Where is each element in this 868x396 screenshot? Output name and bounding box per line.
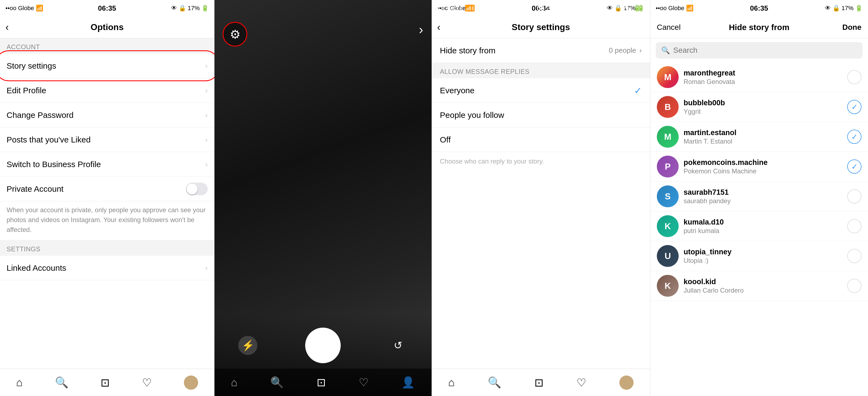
done-button[interactable]: Done	[834, 23, 862, 32]
linked-accounts-item[interactable]: Linked Accounts ›	[0, 256, 214, 280]
toggle-knob	[187, 183, 197, 194]
list-item[interactable]: U utopia_tinney Utopia :)	[650, 241, 868, 271]
private-account-item[interactable]: Private Account	[0, 177, 214, 201]
username-saurabh: saurabh7151	[684, 188, 847, 197]
camera-status-left: ••oo Globe 📶	[434, 5, 472, 12]
status-bar-4: ••oo Globe 📶 06:35 👁 🔒 17% 🔋	[650, 0, 868, 17]
arrow-right-button[interactable]: ›	[419, 22, 423, 37]
user-list: M maronthegreat Roman Genovata B bubbleb…	[650, 62, 868, 301]
people-follow-item[interactable]: People you follow	[432, 103, 650, 128]
user-info-saurabh: saurabh7151 saurabh pandey	[684, 188, 847, 205]
fullname-bubbleb00b: Yggrit	[684, 108, 847, 115]
everyone-item[interactable]: Everyone ✓	[432, 78, 650, 103]
eye-4: 👁	[825, 5, 831, 12]
avatar-pokemon: P	[657, 155, 679, 177]
camera-controls: ⚡ ↺	[214, 328, 431, 363]
list-item[interactable]: M maronthegreat Roman Genovata	[650, 62, 868, 92]
story-settings-item[interactable]: Story settings ›	[0, 54, 214, 78]
avatar-martint: M	[657, 126, 679, 148]
fullname-koool: Jullan Carlo Cordero	[684, 287, 847, 294]
edit-profile-label: Edit Profile	[6, 86, 46, 95]
search-icon: 🔍	[661, 46, 670, 55]
username-bubbleb00b: bubbleb00b	[684, 99, 847, 107]
private-account-toggle[interactable]	[186, 183, 208, 195]
edit-profile-right: ›	[205, 86, 208, 95]
camera-tab-search[interactable]: 🔍	[270, 376, 284, 389]
switch-business-label: Switch to Business Profile	[6, 160, 101, 169]
edit-profile-item[interactable]: Edit Profile ›	[0, 78, 214, 103]
user-info-maronthegreat: maronthegreat Roman Genovata	[684, 69, 847, 86]
camera-tab-home[interactable]: ⌂	[231, 376, 238, 389]
hide-story-from-item[interactable]: Hide story from 0 people ›	[432, 38, 650, 63]
checkbox-maronthegreat[interactable]	[847, 70, 862, 84]
camera-tab-bar: ⌂ 🔍 ⊡ ♡ 👤	[214, 369, 431, 396]
lock-icon-1: 🔒	[179, 5, 186, 12]
people-follow-label: People you follow	[440, 111, 504, 120]
status-bar-1: ••oo Globe 📶 06:35 👁 🔒 17% 🔋	[0, 0, 214, 17]
checkbox-bubbleb00b[interactable]	[847, 100, 862, 114]
flash-button[interactable]: ⚡	[238, 336, 257, 355]
tab-home-3[interactable]: ⌂	[448, 376, 455, 389]
change-password-item[interactable]: Change Password ›	[0, 103, 214, 128]
search-input[interactable]	[673, 46, 857, 55]
tab-search-3[interactable]: 🔍	[488, 376, 501, 389]
panel-camera: ••oo Globe 📶 06:35 17% 🔋 ⚙ › ⚡ ↺ ⌂ 🔍 ⊡ ♡…	[214, 0, 432, 396]
checkbox-utopia[interactable]	[847, 249, 862, 263]
switch-business-item[interactable]: Switch to Business Profile ›	[0, 152, 214, 177]
hide-title: Hide story from	[684, 23, 834, 32]
story-back-button[interactable]: ‹	[437, 22, 440, 33]
camera-carrier: ••oo Globe	[434, 5, 463, 12]
tab-home-1[interactable]: ⌂	[16, 376, 23, 389]
camera-tab-profile[interactable]: 👤	[401, 376, 415, 389]
avatar-maronthegreat: M	[657, 66, 679, 88]
username-maronthegreat: maronthegreat	[684, 69, 847, 77]
checkbox-kumala[interactable]	[847, 219, 862, 233]
checkbox-koool[interactable]	[847, 279, 862, 293]
camera-status-right: 17% 🔋	[620, 5, 641, 12]
tab-heart-1[interactable]: ♡	[142, 376, 152, 389]
panel-hide-story: ••oo Globe 📶 06:35 👁 🔒 17% 🔋 Cancel Hide…	[650, 0, 868, 396]
flip-button[interactable]: ↺	[389, 336, 408, 355]
tab-camera-1[interactable]: ⊡	[100, 376, 110, 389]
list-item[interactable]: K koool.kid Jullan Carlo Cordero	[650, 271, 868, 301]
camera-wifi: 📶	[465, 5, 472, 12]
panel-story-settings: ••oo Globe 📶 06:34 👁 🔒 17% 🔋 ‹ Story set…	[432, 0, 650, 396]
list-item[interactable]: M martint.estanol Martin T. Estanol	[650, 122, 868, 152]
gear-button[interactable]: ⚙	[223, 22, 247, 47]
checkbox-saurabh[interactable]	[847, 189, 862, 203]
shutter-button[interactable]	[305, 328, 341, 363]
off-item[interactable]: Off	[432, 128, 650, 152]
list-item[interactable]: B bubbleb00b Yggrit	[650, 92, 868, 122]
list-item[interactable]: P pokemoncoins.machine Pokemon Coins Mac…	[650, 152, 868, 181]
status-right-1: 👁 🔒 17% 🔋	[171, 5, 209, 12]
back-button[interactable]: ‹	[5, 22, 9, 33]
tab-camera-3[interactable]: ⊡	[534, 376, 544, 389]
everyone-checkmark: ✓	[634, 85, 642, 96]
tab-profile-3[interactable]	[619, 375, 633, 390]
carrier-4: ••oo Globe	[656, 5, 684, 12]
wifi-4: 📶	[686, 5, 693, 12]
posts-liked-right: ›	[205, 135, 208, 144]
options-nav-bar: ‹ Options	[0, 17, 214, 38]
checkbox-martint[interactable]	[847, 130, 862, 144]
private-account-desc: When your account is private, only peopl…	[0, 201, 214, 241]
list-item[interactable]: S saurabh7151 saurabh pandey	[650, 181, 868, 211]
camera-tab-heart[interactable]: ♡	[359, 376, 369, 389]
cancel-button[interactable]: Cancel	[657, 23, 684, 32]
tab-profile-1[interactable]	[184, 375, 198, 390]
posts-liked-item[interactable]: Posts that you've Liked ›	[0, 128, 214, 152]
tab-search-1[interactable]: 🔍	[55, 376, 69, 389]
list-item[interactable]: K kumala.d10 putri kumala	[650, 211, 868, 241]
camera-time: 06:35	[537, 4, 555, 12]
tab-bar-3: ⌂ 🔍 ⊡ ♡	[432, 369, 650, 396]
tab-heart-3[interactable]: ♡	[577, 376, 586, 389]
story-settings-title: Story settings	[512, 22, 570, 32]
fullname-saurabh: saurabh pandey	[684, 197, 847, 205]
battery-1: 17%	[188, 5, 200, 12]
camera-tab-camera[interactable]: ⊡	[317, 376, 326, 389]
settings-section-header: SETTINGS	[0, 241, 214, 256]
fullname-utopia: Utopia :)	[684, 257, 847, 264]
search-bar[interactable]: 🔍	[656, 42, 863, 59]
checkbox-pokemon[interactable]	[847, 160, 862, 174]
user-info-pokemon: pokemoncoins.machine Pokemon Coins Machi…	[684, 158, 847, 175]
